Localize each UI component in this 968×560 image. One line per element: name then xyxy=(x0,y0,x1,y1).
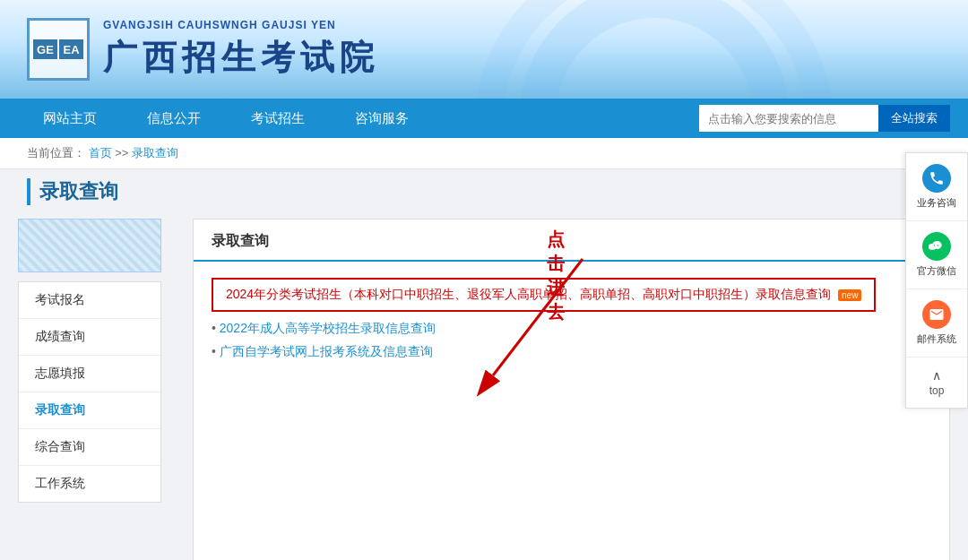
page-title: 录取查询 xyxy=(27,178,950,205)
logo-icon: GE EA xyxy=(27,18,90,81)
sidebar: 考试报名 成绩查询 志愿填报 录取查询 综合查询 工作系统 xyxy=(18,219,179,560)
sidebar-item-baoming[interactable]: 考试报名 xyxy=(19,282,160,319)
breadcrumb: 当前位置： 首页 >> 录取查询 xyxy=(0,138,968,169)
content-section-title: 录取查询 xyxy=(194,220,949,262)
breadcrumb-separator: >> xyxy=(115,146,132,159)
main-layout: 考试报名 成绩查询 志愿填报 录取查询 综合查询 工作系统 录取查询 2024年… xyxy=(0,210,968,560)
breadcrumb-home[interactable]: 首页 xyxy=(89,146,112,159)
phone-icon xyxy=(922,164,951,193)
breadcrumb-prefix: 当前位置： xyxy=(27,146,85,159)
nav-links: 网站主页 信息公开 考试招生 咨询服务 xyxy=(18,99,699,138)
sidebar-item-luqu[interactable]: 录取查询 xyxy=(19,392,160,429)
search-input[interactable] xyxy=(699,105,878,132)
right-panel-top[interactable]: ∧ top xyxy=(906,358,967,408)
content-link-2[interactable]: 2022年成人高等学校招生录取信息查询 xyxy=(212,321,931,337)
content-area: 录取查询 2024年分类考试招生（本科对口中职招生、退役军人高职单招、高职单招、… xyxy=(193,219,950,560)
nav-item-info[interactable]: 信息公开 xyxy=(122,99,226,138)
chevron-up-icon: ∧ xyxy=(932,368,941,383)
nav-item-consult[interactable]: 咨询服务 xyxy=(330,99,434,138)
content-link-1[interactable]: 2024年分类考试招生（本科对口中职招生、退役军人高职单招、高职单招、高职对口中… xyxy=(212,278,876,312)
header-decoration-1 xyxy=(520,0,789,99)
logo-cell-ge: GE xyxy=(33,39,57,59)
logo-cell-ea: EA xyxy=(59,39,83,59)
new-badge: new xyxy=(838,289,861,301)
right-panel-wechat-label: 官方微信 xyxy=(917,264,956,278)
search-button[interactable]: 全站搜索 xyxy=(878,105,950,132)
sidebar-item-chengji[interactable]: 成绩查询 xyxy=(19,319,160,356)
right-panel-email-label: 邮件系统 xyxy=(917,332,956,346)
sidebar-menu: 考试报名 成绩查询 志愿填报 录取查询 综合查询 工作系统 xyxy=(18,281,161,503)
content-link-3[interactable]: 广西自学考试网上报考系统及信息查询 xyxy=(212,344,931,360)
right-panel-email[interactable]: 邮件系统 xyxy=(906,289,967,358)
logo: GE EA GVANGJSIH CAUHSWNGH GAUJSI YEN 广西招… xyxy=(27,18,379,81)
right-panel-top-label: top xyxy=(929,384,945,397)
nav-item-home[interactable]: 网站主页 xyxy=(18,99,122,138)
header-decoration-2 xyxy=(475,0,834,99)
content-link-1-text: 2024年分类考试招生（本科对口中职招生、退役军人高职单招、高职单招、高职对口中… xyxy=(226,287,831,301)
navbar: 网站主页 信息公开 考试招生 咨询服务 全站搜索 xyxy=(0,99,968,138)
page-title-section: 录取查询 xyxy=(0,169,968,210)
right-panel-consulting[interactable]: 业务咨询 xyxy=(906,153,967,221)
logo-english: GVANGJSIH CAUHSWNGH GAUJSI YEN xyxy=(103,19,379,31)
right-panel-wechat[interactable]: 官方微信 xyxy=(906,221,967,289)
logo-text: GVANGJSIH CAUHSWNGH GAUJSI YEN 广西招生考试院 xyxy=(103,19,379,81)
right-panel: 业务咨询 官方微信 邮件系统 ∧ top xyxy=(905,152,968,409)
header: GE EA GVANGJSIH CAUHSWNGH GAUJSI YEN 广西招… xyxy=(0,0,968,99)
email-icon xyxy=(922,300,951,329)
search-area: 全站搜索 xyxy=(699,105,950,132)
sidebar-banner-pattern xyxy=(19,220,160,271)
content-body: 2024年分类考试招生（本科对口中职招生、退役军人高职单招、高职单招、高职对口中… xyxy=(194,262,949,383)
sidebar-item-zonghe[interactable]: 综合查询 xyxy=(19,429,160,466)
nav-item-exam[interactable]: 考试招生 xyxy=(226,99,330,138)
logo-chinese: 广西招生考试院 xyxy=(103,35,379,81)
right-panel-consulting-label: 业务咨询 xyxy=(917,196,956,210)
breadcrumb-current[interactable]: 录取查询 xyxy=(132,146,178,159)
sidebar-item-zhiyuan[interactable]: 志愿填报 xyxy=(19,356,160,392)
sidebar-item-gongzuo[interactable]: 工作系统 xyxy=(19,466,160,502)
wechat-icon xyxy=(922,232,951,261)
sidebar-banner xyxy=(18,219,161,272)
